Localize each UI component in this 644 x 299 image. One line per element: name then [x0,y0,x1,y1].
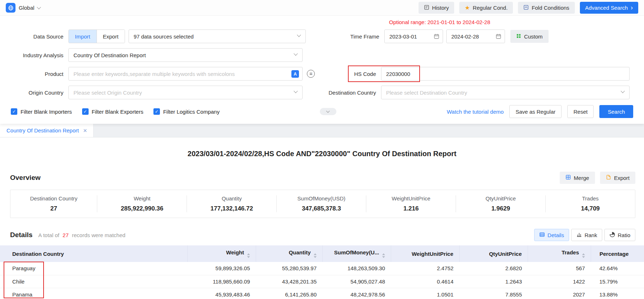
rank-bars-icon [576,232,582,239]
form-row-product-hscode: Product A ≡ HS Code [0,67,644,81]
view-details-button[interactable]: Details [534,229,569,241]
translate-icon[interactable]: A [291,70,299,78]
destination-country-placeholder: Please select Destination Country [386,90,467,96]
view-ratio-button[interactable]: Ratio [604,229,635,241]
column-header-sum-of-money[interactable]: SumOfMoney(U... [322,245,391,262]
advanced-search-button[interactable]: Advanced Search › [580,2,638,14]
sort-icon[interactable] [582,253,585,258]
form-row-data-source: Data Source Import Export 97 data source… [0,30,644,43]
form-row-countries: Origin Country Please select Origin Coun… [0,86,644,99]
report-content: 2023/03/01-2024/02/28,HS Code AND"220300… [0,150,644,299]
chevron-down-icon [294,89,298,93]
cell-country[interactable]: Chile [0,275,187,288]
data-source-select[interactable]: 97 data sources selected [129,30,306,43]
merge-label: Merge [574,175,589,181]
region-selector[interactable]: Global [6,3,40,13]
reset-button[interactable]: Reset [567,105,594,118]
custom-label: Custom [524,33,543,40]
end-date-field[interactable] [446,30,505,43]
hs-code-input[interactable] [381,67,630,81]
table-header-row: Destination Country Weight Quantity SumO… [0,245,644,262]
industry-analysis-label: Industry Analysis [11,52,68,58]
cell-country[interactable]: Paraguay [0,262,187,275]
save-as-regular-button[interactable]: Save as Regular [509,105,562,118]
header-label: Quantity [289,249,311,255]
export-button[interactable]: Export [600,172,635,184]
advanced-search-label: Advanced Search [585,5,628,11]
origin-country-select[interactable]: Please select Origin Country [68,86,303,99]
header-label: WeightUnitPrice [412,251,453,257]
stat-value: 285,922,990.36 [97,205,187,212]
sort-icon[interactable] [314,253,317,258]
cell-percentage: 13.88% [591,288,644,299]
fold-conditions-button[interactable]: Fold Conditions [518,2,574,14]
column-header-quantity[interactable]: Quantity [256,245,322,262]
origin-country-placeholder: Please select Origin Country [73,90,142,96]
industry-analysis-select[interactable]: Country Of Destination Report [68,48,303,62]
custom-range-button[interactable]: Custom [510,30,549,43]
stat-value: 177,132,146.72 [187,205,276,212]
header-label: QtyUnitPrice [489,251,522,257]
merge-button[interactable]: Merge [560,172,595,184]
product-keywords-input[interactable] [68,67,303,81]
cell-weight-unit-price: 2.4752 [391,262,459,275]
column-header-trades[interactable]: Trades [528,245,591,262]
cell-country[interactable]: Panama [0,288,187,299]
chevron-down-icon [326,109,330,113]
data-source-select-value: 97 data sources selected [134,33,194,40]
cell-weight-unit-price: 1.0501 [391,288,459,299]
regular-cond-button[interactable]: ★ Regular Cond. [459,2,513,14]
search-button[interactable]: Search [599,105,633,118]
cell-trades: 567 [528,262,591,275]
start-date-field[interactable] [384,30,443,43]
stat-label: WeightUnitPrice [366,195,456,201]
history-button[interactable]: History [419,2,455,14]
overview-actions: Merge Export [560,172,635,184]
industry-analysis-value: Country Of Destination Report [73,52,146,58]
fold-icon [523,5,529,11]
keyword-options-icon[interactable]: ≡ [307,70,315,78]
ratio-pie-icon [609,232,615,239]
table-row[interactable]: Paraguay 59,899,326.05 55,280,539.97 148… [0,262,644,275]
summary-prefix: A total of [38,232,59,238]
filter-logistics-company-checkbox[interactable]: ✓ Filter Logitics Company [153,108,220,115]
table-row[interactable]: Chile 118,985,660.09 43,428,201.35 54,90… [0,275,644,288]
filter-blank-exporters-checkbox[interactable]: ✓ Filter Blank Exporters [82,108,143,115]
destination-country-select[interactable]: Please select Destination Country [381,86,630,99]
overview-header: Overview Merge Expor [10,172,635,184]
table-row[interactable]: Panama 45,939,483.46 6,141,265.80 48,242… [0,288,644,299]
column-header-weight[interactable]: Weight [187,245,256,262]
close-icon[interactable]: × [83,127,87,134]
header-label: Weight [226,249,244,255]
view-rank-button[interactable]: Rank [571,229,602,241]
cell-weight: 118,985,660.09 [187,275,256,288]
checkbox-check-icon: ✓ [82,108,89,115]
header-label: SumOfMoney(U... [334,249,379,255]
stat-label: Destination Country [10,195,97,201]
filter-blank-importers-checkbox[interactable]: ✓ Filter Blank Importers [11,108,72,115]
cell-qty-unit-price: 1.2643 [459,275,528,288]
history-label: History [432,5,449,11]
report-tabstrip: Country Of Destination Report × [0,124,644,137]
export-label: Export [614,175,630,181]
sort-icon[interactable] [247,253,250,258]
cell-percentage: 15.79% [591,275,644,288]
tab-country-of-destination-report[interactable]: Country Of Destination Report × [0,124,94,137]
tutorial-demo-link[interactable]: Watch the tutorial demo [447,109,504,115]
stat-weight: Weight 285,922,990.36 [97,195,187,212]
view-switch: Details Rank [534,229,635,241]
export-segment[interactable]: Export [97,30,125,43]
chevron-down-icon [621,89,625,93]
import-segment[interactable]: Import [69,30,97,43]
search-form: Optional range: 2021-01-01 to 2024-02-28… [0,16,644,124]
cell-quantity: 55,280,539.97 [256,262,322,275]
calendar-icon [496,33,501,39]
sort-icon[interactable] [382,253,385,258]
destination-country-label: Destination Country [303,90,381,96]
cell-trades: 2027 [528,288,591,299]
app-root: Global History ★ Regular Cond. [0,0,644,299]
stat-sum-of-money: SumOfMoney(USD) 347,685,378.3 [277,195,366,212]
column-header-destination-country: Destination Country [0,245,187,262]
stat-label: SumOfMoney(USD) [277,195,366,201]
collapse-form-button[interactable] [320,108,336,115]
